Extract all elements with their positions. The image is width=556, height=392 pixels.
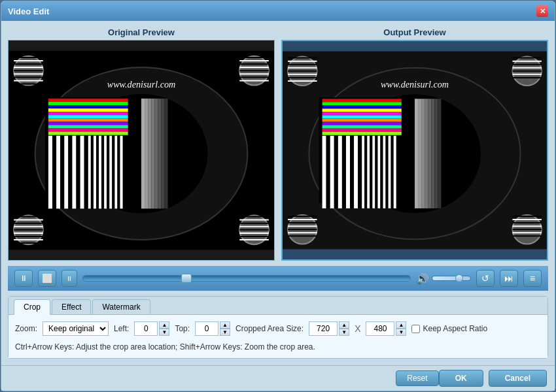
replay-icon: ↺ (481, 273, 489, 284)
title-bar: Video Edit ✕ (1, 1, 555, 21)
height-up-btn[interactable]: ▲ (396, 321, 406, 329)
height-down-btn[interactable]: ▼ (396, 329, 406, 336)
height-spinner: ▲ ▼ (366, 321, 406, 336)
svg-rect-128 (431, 99, 434, 208)
svg-rect-17 (56, 136, 60, 209)
left-label: Left: (114, 324, 129, 333)
svg-rect-90 (322, 102, 402, 105)
svg-rect-16 (52, 136, 56, 209)
volume-slider[interactable] (432, 276, 471, 281)
top-label: Top: (175, 324, 190, 333)
svg-rect-37 (120, 136, 123, 209)
width-spinner: ▲ ▼ (309, 321, 349, 336)
svg-rect-120 (389, 136, 391, 208)
close-button[interactable]: ✕ (536, 5, 548, 17)
svg-rect-122 (394, 136, 396, 208)
svg-rect-38 (141, 99, 145, 208)
svg-rect-42 (154, 99, 158, 208)
height-input[interactable] (366, 321, 394, 336)
tab-effect[interactable]: Effect (52, 299, 91, 314)
left-spinner-btns: ▲ ▼ (159, 321, 169, 336)
svg-rect-19 (64, 136, 68, 209)
keep-aspect-group: Keep Aspect Ratio (411, 324, 487, 333)
svg-rect-101 (326, 136, 330, 208)
svg-rect-14 (48, 132, 128, 135)
svg-rect-129 (434, 99, 438, 208)
svg-rect-116 (377, 136, 380, 208)
top-down-btn[interactable]: ▼ (220, 329, 230, 336)
svg-rect-35 (114, 136, 117, 209)
stop-button[interactable] (38, 270, 56, 287)
skip-button[interactable]: ⏭ (500, 270, 518, 287)
svg-rect-115 (375, 136, 377, 208)
top-up-btn[interactable]: ▲ (220, 321, 230, 329)
svg-rect-100 (322, 136, 326, 208)
left-spinner: ▲ ▼ (134, 321, 169, 336)
svg-rect-96 (322, 122, 402, 125)
volume-control: 🔊 (416, 272, 471, 285)
svg-rect-112 (367, 136, 370, 208)
pause-button[interactable]: ⏸ (14, 270, 33, 287)
svg-rect-93 (322, 112, 402, 115)
svg-rect-125 (421, 99, 425, 208)
footer-buttons: OK Cancel (439, 370, 547, 387)
keep-aspect-label: Keep Aspect Ratio (423, 324, 487, 333)
zoom-select[interactable]: Keep original (43, 321, 109, 336)
width-down-btn[interactable]: ▼ (339, 329, 349, 336)
crop-hint: Ctrl+Arrow Keys: Adjust the crop area lo… (15, 342, 541, 351)
svg-rect-92 (322, 108, 402, 112)
left-up-btn[interactable]: ▲ (159, 321, 169, 329)
volume-thumb[interactable] (455, 274, 463, 282)
left-input[interactable] (134, 321, 158, 336)
svg-rect-12 (48, 125, 128, 128)
action-row: Reset OK Cancel (1, 365, 555, 391)
original-preview-panel: Original Preview (8, 27, 275, 261)
svg-rect-9 (48, 115, 128, 118)
svg-rect-33 (109, 136, 112, 209)
reset-button[interactable]: Reset (396, 370, 438, 386)
svg-rect-21 (72, 136, 76, 209)
svg-rect-24 (84, 136, 88, 209)
zoom-label: Zoom: (15, 324, 37, 333)
skip-icon: ⏭ (504, 273, 513, 284)
svg-rect-94 (322, 115, 402, 118)
svg-rect-43 (158, 99, 161, 208)
svg-rect-7 (48, 108, 128, 112)
svg-rect-10 (48, 118, 128, 122)
top-spinner-btns: ▲ ▼ (220, 321, 230, 336)
keep-aspect-checkbox[interactable] (411, 325, 420, 333)
svg-rect-20 (68, 136, 72, 209)
svg-rect-29 (99, 136, 101, 209)
svg-rect-39 (145, 99, 148, 208)
width-spinner-btns: ▲ ▼ (339, 321, 349, 336)
svg-text:www.denisurl.com: www.denisurl.com (107, 79, 176, 90)
progress-bar[interactable] (82, 275, 411, 282)
output-preview-label: Output Preview (281, 27, 548, 37)
width-input[interactable] (309, 321, 338, 336)
svg-rect-95 (322, 119, 402, 122)
svg-rect-30 (101, 136, 104, 209)
svg-rect-34 (112, 136, 114, 209)
tab-watermark[interactable]: Watermark (92, 299, 150, 314)
svg-rect-123 (415, 99, 418, 208)
settings-button[interactable]: ≡ (523, 270, 542, 287)
top-input[interactable] (195, 321, 218, 336)
preview-area: Original Preview (8, 27, 548, 261)
video-edit-window: Video Edit ✕ Original Preview (1, 1, 555, 391)
width-up-btn[interactable]: ▲ (339, 321, 349, 329)
mini-player-button[interactable]: ⏸ (61, 270, 77, 287)
progress-thumb[interactable] (181, 274, 192, 283)
ok-button[interactable]: OK (439, 370, 483, 387)
svg-rect-103 (334, 136, 338, 208)
cancel-button[interactable]: Cancel (489, 370, 547, 387)
svg-rect-102 (330, 136, 334, 208)
svg-rect-108 (354, 136, 358, 208)
tab-crop[interactable]: Crop (14, 299, 50, 315)
tab-content-crop: Zoom: Keep original Left: ▲ ▼ Top: (9, 315, 547, 358)
left-down-btn[interactable]: ▼ (159, 329, 169, 336)
window-title: Video Edit (8, 7, 49, 16)
svg-rect-44 (161, 99, 164, 208)
replay-button[interactable]: ↺ (476, 270, 495, 287)
volume-icon: 🔊 (416, 272, 429, 285)
height-spinner-btns: ▲ ▼ (396, 321, 406, 336)
